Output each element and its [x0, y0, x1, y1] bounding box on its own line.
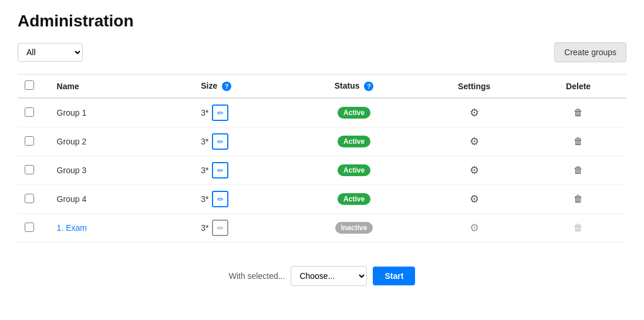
status-cell: Active — [290, 127, 418, 156]
table-row: Group 43*✏Active⚙🗑 — [18, 185, 626, 214]
size-cell: 3*✏ — [194, 127, 290, 156]
delete-cell: 🗑 — [530, 156, 626, 185]
edit-button-2[interactable]: ✏ — [212, 133, 228, 150]
settings-cell: ⚙ — [418, 127, 530, 156]
status-cell: Inactive — [290, 214, 418, 242]
size-cell: 3*✏ — [194, 156, 290, 185]
delete-cell: 🗑 — [530, 185, 626, 214]
row-checkbox-4[interactable] — [25, 194, 34, 203]
status-badge: Inactive — [335, 222, 373, 234]
size-column-header: Size ? — [194, 75, 290, 99]
row-checkbox-5[interactable] — [25, 223, 34, 232]
status-cell: Active — [290, 156, 418, 185]
size-value: 3* — [201, 137, 208, 146]
status-column-header: Status ? — [290, 75, 418, 99]
delete-trash-icon-5[interactable]: 🗑 — [574, 223, 583, 233]
table-row: Group 33*✏Active⚙🗑 — [18, 156, 626, 185]
select-all-header — [18, 75, 50, 99]
select-all-checkbox[interactable] — [25, 80, 34, 90]
delete-trash-icon-3[interactable]: 🗑 — [574, 165, 583, 175]
status-badge: Active — [338, 107, 370, 119]
settings-gear-icon-4[interactable]: ⚙ — [470, 193, 479, 205]
delete-trash-icon-1[interactable]: 🗑 — [574, 107, 583, 117]
settings-column-header: Settings — [418, 75, 530, 99]
delete-cell: 🗑 — [530, 127, 626, 156]
name-column-header: Name — [50, 75, 194, 99]
table-row: 1. Exam3*✏Inactive⚙🗑 — [18, 214, 626, 242]
settings-gear-icon-2[interactable]: ⚙ — [470, 136, 479, 147]
size-cell: 3*✏ — [194, 185, 290, 214]
filter-select[interactable]: All Active Inactive — [18, 43, 83, 62]
status-help-icon[interactable]: ? — [364, 82, 373, 91]
size-value: 3* — [201, 194, 208, 204]
settings-gear-icon-5[interactable]: ⚙ — [470, 222, 479, 234]
settings-gear-icon-1[interactable]: ⚙ — [470, 107, 479, 119]
size-value: 3* — [201, 223, 208, 233]
table-row: Group 13*✏Active⚙🗑 — [18, 98, 626, 127]
group-name-cell: 1. Exam — [50, 214, 194, 242]
group-name-cell: Group 3 — [50, 156, 194, 185]
page-title: Administration — [18, 12, 626, 31]
row-checkbox-3[interactable] — [25, 165, 34, 174]
status-badge: Active — [338, 193, 370, 205]
delete-cell: 🗑 — [530, 98, 626, 127]
row-checkbox-1[interactable] — [25, 107, 34, 117]
start-button[interactable]: Start — [373, 267, 415, 285]
settings-cell: ⚙ — [418, 185, 530, 214]
delete-trash-icon-2[interactable]: 🗑 — [574, 136, 583, 146]
action-select[interactable]: Choose... Activate Deactivate Delete — [291, 266, 367, 286]
table-row: Group 23*✏Active⚙🗑 — [18, 127, 626, 156]
size-cell: 3*✏ — [194, 98, 290, 127]
size-help-icon[interactable]: ? — [222, 82, 231, 91]
groups-table: Name Size ? Status ? Settings Delete Gro… — [18, 74, 626, 242]
edit-button-1[interactable]: ✏ — [212, 105, 228, 121]
size-value: 3* — [201, 108, 208, 117]
bottom-bar: With selected... Choose... Activate Deac… — [18, 260, 626, 292]
edit-button-3[interactable]: ✏ — [212, 162, 228, 178]
status-cell: Active — [290, 98, 418, 127]
settings-cell: ⚙ — [418, 98, 530, 127]
settings-cell: ⚙ — [418, 156, 530, 185]
settings-gear-icon-3[interactable]: ⚙ — [470, 164, 479, 176]
status-badge: Active — [338, 164, 370, 176]
edit-button-5[interactable]: ✏ — [212, 220, 228, 236]
group-name-cell: Group 4 — [50, 185, 194, 214]
delete-cell: 🗑 — [530, 214, 626, 242]
edit-button-4[interactable]: ✏ — [212, 191, 228, 207]
delete-column-header: Delete — [530, 75, 626, 99]
delete-trash-icon-4[interactable]: 🗑 — [574, 194, 583, 204]
group-link-5[interactable]: 1. Exam — [57, 223, 87, 233]
create-groups-button[interactable]: Create groups — [554, 42, 626, 62]
size-cell: 3*✏ — [194, 214, 290, 242]
group-name-cell: Group 1 — [50, 98, 194, 127]
with-selected-label: With selected... — [229, 271, 285, 281]
row-checkbox-2[interactable] — [25, 136, 34, 146]
status-cell: Active — [290, 185, 418, 214]
size-value: 3* — [201, 166, 208, 175]
toolbar: All Active Inactive Create groups — [18, 42, 626, 62]
status-badge: Active — [338, 136, 370, 147]
settings-cell: ⚙ — [418, 214, 530, 242]
group-name-cell: Group 2 — [50, 127, 194, 156]
